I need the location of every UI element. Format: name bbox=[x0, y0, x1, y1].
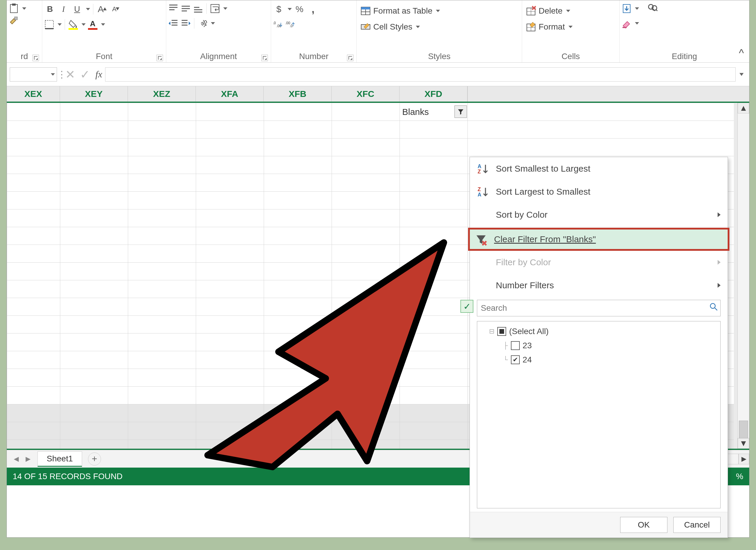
fill-down-icon[interactable] bbox=[621, 3, 632, 14]
svg-rect-3 bbox=[45, 20, 53, 29]
checkbox-unchecked[interactable] bbox=[511, 341, 520, 350]
clear-filter-icon bbox=[475, 233, 487, 245]
scroll-thumb[interactable] bbox=[739, 421, 748, 438]
format-as-table-button[interactable]: Format as Table bbox=[359, 4, 442, 17]
cell-styles-button[interactable]: Cell Styles bbox=[359, 20, 442, 33]
filter-popup: AZ Sort Smallest to Largest ZA Sort Larg… bbox=[470, 157, 728, 538]
grow-font-button[interactable]: A bbox=[96, 3, 108, 15]
underline-button[interactable]: U bbox=[71, 3, 83, 15]
new-sheet-button[interactable]: + bbox=[88, 453, 101, 466]
svg-rect-45 bbox=[623, 27, 627, 28]
number-dialog-launcher[interactable] bbox=[347, 55, 353, 61]
column-header[interactable]: XFD bbox=[400, 86, 467, 102]
borders-dropdown[interactable] bbox=[58, 23, 62, 26]
comma-button[interactable]: , bbox=[307, 3, 319, 15]
formula-input[interactable] bbox=[105, 67, 736, 82]
align-top-icon[interactable] bbox=[168, 3, 179, 14]
font-color-dropdown[interactable] bbox=[101, 23, 105, 26]
name-box[interactable] bbox=[10, 67, 57, 82]
ribbon-group-cells: Delete Format Cells bbox=[522, 0, 620, 62]
delete-button[interactable]: Delete bbox=[524, 4, 574, 17]
clear-filter-item[interactable]: Clear Filter From "Blanks" bbox=[468, 228, 729, 251]
filter-value-item[interactable]: └ 24 bbox=[482, 353, 716, 367]
filter-dropdown-button[interactable] bbox=[454, 105, 467, 118]
fill-color-button[interactable] bbox=[68, 19, 79, 30]
italic-button[interactable]: I bbox=[58, 3, 69, 15]
filter-values-list[interactable]: ⊟ (Select All) ├ 23 └ 24 bbox=[477, 321, 721, 508]
column-header[interactable]: XFC bbox=[332, 86, 400, 102]
column-header[interactable]: XEZ bbox=[128, 86, 196, 102]
column-header[interactable]: XEX bbox=[7, 86, 60, 102]
scroll-down-button[interactable]: ▼ bbox=[738, 438, 749, 449]
clear-icon[interactable] bbox=[621, 18, 632, 29]
bold-button[interactable]: B bbox=[44, 3, 56, 15]
paste-dropdown[interactable] bbox=[22, 7, 26, 10]
excel-window: rd B I U A bbox=[6, 0, 750, 538]
filter-select-all[interactable]: ⊟ (Select All) bbox=[482, 324, 716, 339]
align-middle-icon[interactable] bbox=[180, 3, 191, 14]
vertical-scrollbar[interactable]: ▲ ▼ bbox=[737, 103, 749, 449]
search-icon bbox=[709, 302, 718, 314]
column-header[interactable]: XEY bbox=[60, 86, 128, 102]
fill-dropdown[interactable] bbox=[635, 7, 639, 10]
wrap-dropdown[interactable] bbox=[223, 7, 227, 10]
column-header[interactable]: XFA bbox=[196, 86, 264, 102]
cancel-formula-button[interactable]: ✕ bbox=[63, 67, 78, 82]
filter-ok-button[interactable]: OK bbox=[620, 517, 667, 533]
align-bottom-icon[interactable] bbox=[193, 3, 203, 14]
ribbon-group-alignment: ab Alignment bbox=[166, 0, 271, 62]
clipboard-dialog-launcher[interactable] bbox=[32, 55, 39, 61]
sort-descending-item[interactable]: ZA Sort Largest to Smallest bbox=[470, 180, 728, 203]
formula-bar: ⋮ ✕ ✓ fx bbox=[7, 63, 749, 86]
checkbox-checked[interactable] bbox=[511, 355, 520, 364]
increase-decimal-icon[interactable]: .0.00 bbox=[273, 19, 283, 30]
indent-decrease-icon[interactable] bbox=[168, 18, 179, 29]
hscroll-right[interactable]: ► bbox=[739, 454, 749, 464]
alignment-dialog-launcher[interactable] bbox=[261, 55, 268, 61]
percent-button[interactable]: % bbox=[294, 3, 305, 15]
column-header[interactable]: XFB bbox=[264, 86, 332, 102]
zoom-level[interactable]: % bbox=[736, 472, 743, 481]
checkbox-indeterminate[interactable] bbox=[497, 327, 506, 336]
font-color-button[interactable]: A bbox=[87, 19, 98, 30]
select-all-search-check[interactable]: ✓ bbox=[460, 300, 473, 313]
format-painter-icon[interactable] bbox=[9, 15, 19, 26]
filter-search-input[interactable] bbox=[477, 300, 721, 316]
expand-formula-bar[interactable] bbox=[736, 73, 746, 76]
clear-dropdown[interactable] bbox=[635, 22, 639, 25]
svg-text:A: A bbox=[90, 19, 96, 28]
sheet-tab-active[interactable]: Sheet1 bbox=[38, 451, 82, 467]
orientation-dropdown[interactable] bbox=[211, 22, 215, 25]
find-icon[interactable] bbox=[647, 3, 658, 14]
shrink-font-button[interactable]: A bbox=[110, 3, 122, 15]
currency-dropdown[interactable] bbox=[288, 8, 292, 10]
indent-increase-icon[interactable] bbox=[180, 18, 191, 29]
filter-value-item[interactable]: ├ 23 bbox=[482, 339, 716, 353]
font-dialog-launcher[interactable] bbox=[157, 55, 163, 61]
enter-formula-button[interactable]: ✓ bbox=[78, 67, 92, 82]
paste-icon[interactable] bbox=[9, 3, 19, 14]
scroll-split-handle[interactable] bbox=[734, 103, 737, 449]
sort-by-color-item[interactable]: Sort by Color bbox=[470, 203, 728, 226]
decrease-decimal-icon[interactable]: .00.0 bbox=[285, 19, 296, 30]
svg-text:.0: .0 bbox=[290, 24, 293, 28]
wrap-text-icon[interactable] bbox=[210, 3, 220, 14]
sort-ascending-item[interactable]: AZ Sort Smallest to Largest bbox=[470, 157, 728, 180]
format-button[interactable]: Format bbox=[524, 20, 574, 33]
ribbon-group-editing: Editing ^ bbox=[620, 0, 749, 62]
sheet-nav-prev[interactable]: ◄ bbox=[11, 454, 22, 464]
scroll-up-button[interactable]: ▲ bbox=[738, 103, 749, 113]
fx-label[interactable]: fx bbox=[95, 69, 102, 80]
sort-asc-icon: AZ bbox=[477, 163, 489, 175]
currency-button[interactable]: $ bbox=[273, 3, 285, 15]
delete-cells-icon bbox=[526, 6, 536, 16]
underline-dropdown[interactable] bbox=[86, 8, 90, 10]
ribbon: rd B I U A bbox=[7, 0, 749, 63]
sheet-nav-next[interactable]: ► bbox=[23, 454, 33, 464]
collapse-ribbon-button[interactable]: ^ bbox=[739, 47, 744, 59]
filter-cancel-button[interactable]: Cancel bbox=[673, 517, 721, 533]
number-filters-item[interactable]: Number Filters bbox=[470, 274, 728, 297]
orientation-icon[interactable]: ab bbox=[197, 18, 208, 29]
borders-button[interactable] bbox=[44, 19, 55, 30]
fill-color-dropdown[interactable] bbox=[82, 23, 86, 26]
